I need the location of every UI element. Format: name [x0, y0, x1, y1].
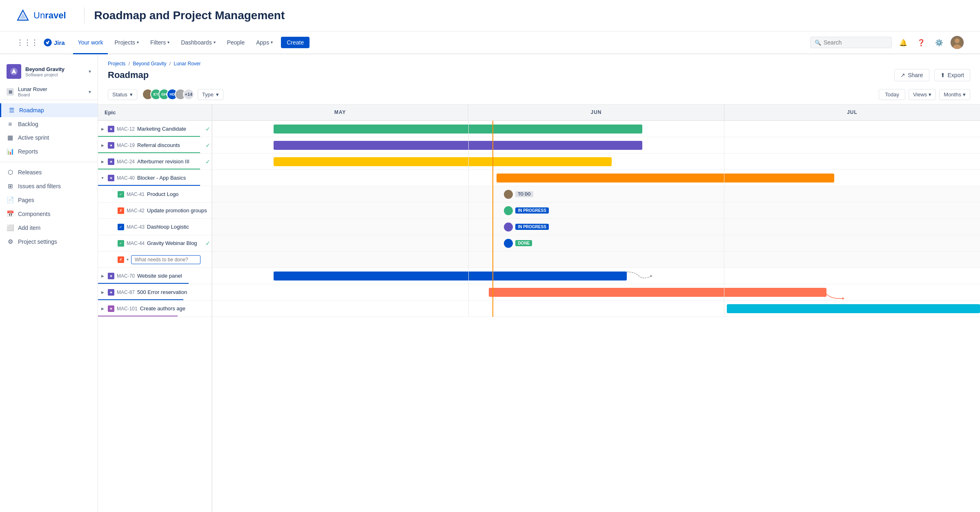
toolbar-right: Today Views ▾ Months ▾	[879, 89, 970, 100]
project-chevron[interactable]: ▾	[89, 69, 91, 74]
sidebar-roadmap-label: Roadmap	[19, 107, 44, 114]
timeline-content: MAY JUN JUL	[212, 105, 980, 317]
sidebar-item-add-item[interactable]: ⬜ Add item	[0, 221, 98, 235]
epic-row-label-mac12[interactable]: ▶ ★ MAC-12 Marketing Candidate ✓	[98, 121, 212, 137]
expand-mac87[interactable]: ▶	[100, 289, 105, 295]
underline-mac40	[98, 185, 200, 186]
epic-row-label-mac101[interactable]: ▶ ★ MAC-101 Create authors age	[98, 301, 212, 316]
epic-row-mac70: ▶ ★ MAC-70 Website side panel	[98, 268, 212, 284]
month-jul: JUL	[724, 105, 980, 120]
pages-label: Pages	[18, 197, 34, 203]
sidebar-item-backlog[interactable]: ≡ Backlog	[0, 117, 98, 131]
board-chevron[interactable]: ▾	[89, 89, 91, 95]
epic-row-label-mac24[interactable]: ▶ ★ MAC-24 Afterburner revision III ✓	[98, 154, 212, 169]
views-button[interactable]: Views ▾	[909, 89, 936, 100]
search-input[interactable]	[824, 39, 887, 46]
icon-mac40: ★	[108, 175, 114, 181]
input-dropdown[interactable]: ▾	[127, 257, 129, 262]
status-filter-button[interactable]: Status ▾	[108, 89, 137, 100]
arrow-mac87	[819, 286, 851, 307]
breadcrumb-projects[interactable]: Projects	[108, 61, 125, 67]
type-filter-button[interactable]: Type ▾	[198, 89, 223, 100]
epic-row-label-mac19[interactable]: ▶ ★ MAC-19 Referral discounts ✓	[98, 137, 212, 153]
months-button[interactable]: Months ▾	[939, 89, 970, 100]
components-icon: 📅	[7, 210, 14, 218]
breadcrumb: Projects / Beyond Gravity / Lunar Rover	[108, 61, 970, 67]
timeline-row-mac12	[212, 121, 980, 137]
sidebar-item-reports[interactable]: 📊 Reports	[0, 145, 98, 158]
sidebar-item-components[interactable]: 📅 Components	[0, 207, 98, 221]
expand-mac70[interactable]: ▶	[100, 273, 105, 279]
expand-mac44	[109, 240, 115, 246]
epic-row-label-mac43[interactable]: ✓ MAC-43 Dashloop Logistic	[98, 219, 212, 235]
notifications-button[interactable]: 🔔	[897, 36, 910, 49]
epic-row-mac19: ▶ ★ MAC-19 Referral discounts ✓	[98, 137, 212, 154]
epic-row-label-mac44[interactable]: ✓ MAC-44 Gravity Webinar Blog ✓	[98, 235, 212, 251]
help-button[interactable]: ❓	[915, 36, 928, 49]
underline-mac24	[98, 169, 200, 169]
epic-row-label-mac40[interactable]: ▼ ★ MAC-40 Blocker - App Basics	[98, 170, 212, 186]
reports-icon: 📊	[7, 148, 14, 155]
today-button[interactable]: Today	[879, 89, 905, 100]
new-task-input[interactable]	[131, 255, 200, 264]
sidebar-item-roadmap[interactable]: ☰ Roadmap	[0, 103, 98, 117]
nav-projects[interactable]: Projects ▾	[109, 31, 144, 54]
project-icon	[7, 64, 21, 79]
expand-mac101[interactable]: ▶	[100, 306, 105, 312]
icon-mac44: ✓	[118, 240, 124, 247]
bar-mac24[interactable]	[274, 157, 611, 166]
epic-row-label-mac42[interactable]: ✗ MAC-42 Update promotion groups	[98, 203, 212, 218]
nav-filters[interactable]: Filters ▾	[145, 31, 174, 54]
icon-mac43: ✓	[118, 224, 124, 230]
nav-your-work[interactable]: Your work	[73, 31, 108, 54]
dashboards-chevron: ▾	[214, 40, 216, 45]
nav-people[interactable]: People	[222, 31, 250, 54]
expand-mac24[interactable]: ▶	[100, 159, 105, 165]
epic-row-input: ✗ ▾	[98, 252, 212, 268]
svg-marker-6	[650, 275, 653, 277]
settings-button[interactable]: ⚙️	[933, 36, 946, 49]
export-button[interactable]: ⬆ Export	[934, 69, 970, 81]
bar-mac70[interactable]	[274, 272, 627, 280]
create-button[interactable]: Create	[281, 37, 310, 48]
nav-dashboards[interactable]: Dashboards ▾	[176, 31, 220, 54]
timeline-row-mac70	[212, 268, 980, 284]
may-jun-divider	[468, 121, 469, 317]
epic-row-mac44: ✓ MAC-44 Gravity Webinar Blog ✓	[98, 235, 212, 252]
sidebar-item-issues-filters[interactable]: ⊞ Issues and filters	[0, 179, 98, 193]
page-header: Projects / Beyond Gravity / Lunar Rover …	[98, 54, 980, 85]
header-actions: ↗ Share ⬆ Export	[894, 69, 970, 81]
breadcrumb-beyond-gravity[interactable]: Beyond Gravity	[133, 61, 166, 67]
bar-mac19[interactable]	[274, 141, 642, 150]
content-area: Projects / Beyond Gravity / Lunar Rover …	[98, 54, 980, 512]
bar-mac101[interactable]	[727, 304, 980, 313]
sidebar-item-releases[interactable]: ⬡ Releases	[0, 165, 98, 179]
share-button[interactable]: ↗ Share	[894, 69, 929, 81]
epic-row-mac40: ▼ ★ MAC-40 Blocker - App Basics	[98, 170, 212, 186]
sidebar-item-active-sprint[interactable]: ▦ Active sprint	[0, 131, 98, 145]
expand-mac40[interactable]: ▼	[100, 175, 105, 181]
epic-header-label: Epic	[105, 109, 116, 116]
expand-mac19[interactable]: ▶	[100, 142, 105, 148]
sidebar-item-project-settings[interactable]: ⚙ Project settings	[0, 235, 98, 249]
breadcrumb-lunar-rover[interactable]: Lunar Rover	[174, 61, 200, 67]
user-avatar[interactable]	[951, 36, 964, 49]
bar-mac12[interactable]	[274, 125, 642, 134]
page-title-row: Roadmap ↗ Share ⬆ Export	[108, 69, 970, 81]
avatar-mac42	[504, 206, 513, 215]
epic-row-label-mac70[interactable]: ▶ ★ MAC-70 Website side panel	[98, 268, 212, 284]
nav-apps[interactable]: Apps ▾	[251, 31, 278, 54]
epic-row-label-mac41[interactable]: ✓ MAC-41 Product Logo	[98, 186, 212, 202]
page-title: Roadmap	[108, 70, 149, 80]
grid-icon[interactable]: ⋮⋮⋮	[16, 38, 38, 47]
epic-row-label-mac87[interactable]: ▶ ★ MAC-87 500 Error reservation	[98, 284, 212, 300]
month-header-row: MAY JUN JUL	[212, 105, 980, 121]
sidebar-project[interactable]: Beyond Gravity Software project ▾	[0, 61, 98, 84]
bar-mac87[interactable]	[489, 288, 826, 297]
search-box[interactable]: 🔍	[810, 37, 892, 48]
avatar-count[interactable]: +14	[183, 89, 194, 100]
jira-logo[interactable]: Jira	[43, 38, 65, 47]
bar-mac40[interactable]	[497, 174, 834, 183]
sidebar-item-pages[interactable]: 📄 Pages	[0, 193, 98, 207]
expand-mac12[interactable]: ▶	[100, 126, 105, 132]
